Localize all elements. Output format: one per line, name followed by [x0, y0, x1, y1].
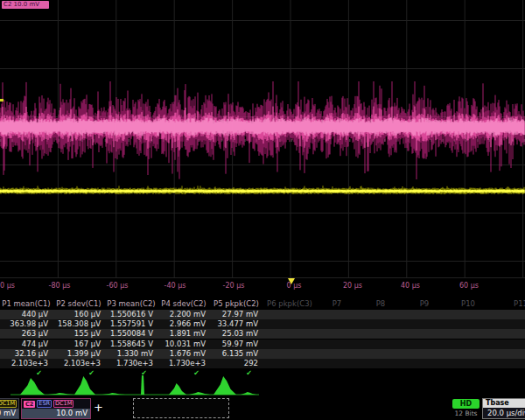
time-axis-label: 60 µs	[459, 282, 479, 290]
param-column-header-p10[interactable]: P10	[446, 299, 490, 308]
time-axis-label: 0 µs	[287, 282, 302, 290]
channel2-descriptor[interactable]: C2 ESR DC1M 10.0 mV	[21, 398, 91, 419]
waveform-grid	[0, 0, 525, 278]
measure-value-p2: 158.308 µV	[52, 319, 101, 329]
measure-value-p5: 25.03 mV	[210, 329, 258, 339]
measure-value-p2: 2.103e+3	[52, 359, 101, 368]
time-axis-label: -20 µs	[223, 282, 245, 290]
oscilloscope-screen: C2 10.0 mV -100 µs-80 µs-60 µs-40 µs-20 …	[0, 0, 525, 420]
histicon-peak	[48, 393, 74, 395]
histicon-peak	[74, 376, 95, 395]
measure-value-p4: 10.031 mV	[158, 340, 206, 349]
measure-value-p4: 1.730e+3	[158, 359, 206, 368]
time-axis-label: -60 µs	[107, 282, 129, 290]
c1-vertical-scale: 10.0 mV	[0, 409, 18, 418]
timebase-descriptor[interactable]: Tbase 20.0 µs/div	[482, 398, 525, 419]
time-axis-label: -80 µs	[49, 282, 71, 290]
measure-value-p5: 33.477 mV	[210, 319, 258, 329]
param-column-header-p9[interactable]: P9	[402, 299, 446, 308]
c2-coupling-badge: DC1M	[53, 400, 74, 408]
c2-vertical-scale: 10.0 mV	[22, 409, 90, 418]
measure-value-p2: 160 µV	[52, 310, 101, 319]
measure-value-p2: 167 µV	[52, 340, 101, 349]
channel-offset-marker	[0, 99, 4, 102]
measure-value-p3: 1.330 mV	[105, 349, 153, 359]
param-column-header-p5[interactable]: P5 pkpk(C2)	[210, 299, 262, 308]
histicon-peak	[20, 378, 45, 395]
measure-stat-row: 32.16 µV1.399 µV1.330 mV1.676 mV6.135 mV	[0, 349, 525, 359]
measure-value-p3: 1.550084 V	[105, 329, 153, 339]
time-axis-label: -40 µs	[164, 282, 186, 290]
param-column-header-p11[interactable]: P11	[494, 299, 525, 308]
measure-value-p1: 440 µV	[0, 310, 48, 319]
param-column-header-p8[interactable]: P8	[359, 299, 402, 308]
param-column-header-p1[interactable]: P1 mean(C1)	[0, 299, 52, 308]
measure-value-p5: 27.97 mV	[210, 310, 258, 319]
histicon-peak	[141, 375, 144, 395]
measure-value-p1: 263 µV	[0, 329, 48, 339]
measure-stat-row: 2.103e+32.103e+31.730e+31.730e+3292	[0, 359, 525, 368]
crosshair-cursor: +	[94, 402, 103, 413]
measure-value-p1: 32.16 µV	[0, 349, 48, 359]
time-axis-label: 40 µs	[401, 282, 420, 290]
param-column-header-p7[interactable]: P7	[315, 299, 359, 308]
time-axis-label: 20 µs	[343, 282, 362, 290]
measure-value-p3: 1.550616 V	[105, 310, 153, 319]
measure-value-p4: 2.966 mV	[158, 319, 206, 329]
param-column-header-p6[interactable]: P6 pkpk(C3)	[264, 299, 315, 308]
param-column-header-p3[interactable]: P3 mean(C2)	[105, 299, 158, 308]
measure-stat-row: 263 µV155 µV1.550084 V1.891 mV25.03 mV	[0, 329, 525, 339]
measure-value-p1: 2.103e+3	[0, 359, 48, 368]
measure-value-p5: 6.135 mV	[210, 349, 258, 359]
measure-value-p4: 1.676 mV	[158, 349, 206, 359]
measure-value-p1: 474 µV	[0, 340, 48, 349]
param-column-header-p2[interactable]: P2 sdev(C1)	[52, 299, 105, 308]
measure-value-p2: 1.399 µV	[52, 349, 101, 359]
c1-coupling-badge: DC1M	[0, 400, 17, 408]
measure-value-p5: 292	[210, 359, 258, 368]
timebase-title: Tbase	[483, 399, 525, 408]
measure-value-p4: 2.200 mV	[158, 310, 206, 319]
measure-value-p3: 1.558645 V	[105, 340, 153, 349]
timebase-value: 20.0 µs/div	[483, 408, 525, 418]
histicon-peak	[169, 383, 186, 395]
c2-esr-badge: ESR	[37, 400, 52, 408]
histicons	[0, 375, 525, 398]
histicon-peak	[189, 392, 210, 395]
measure-stat-row: 440 µV160 µV1.550616 V2.200 mV27.97 mV	[0, 310, 525, 319]
measure-value-p3: 1.557591 V	[105, 319, 153, 329]
add-trace-box[interactable]	[133, 398, 229, 418]
bottom-descriptor-bar: C1 DC1M 10.0 mV C2 ESR DC1M 10.0 mV + HD…	[0, 398, 525, 420]
hd-mode-badge[interactable]: HD	[452, 399, 480, 409]
param-column-header-p4[interactable]: P4 sdev(C2)	[158, 299, 210, 308]
time-axis: -100 µs-80 µs-60 µs-40 µs-20 µs0 µs20 µs…	[0, 278, 525, 294]
measure-value-p1: 363.98 µV	[0, 319, 48, 329]
measure-value-p2: 155 µV	[52, 329, 101, 339]
hd-bits-label: 12 Bits	[445, 410, 486, 417]
trace-annotation-badge: C2 10.0 mV	[2, 1, 49, 9]
histicon-peak	[214, 376, 236, 395]
measure-stat-row: 363.98 µV158.308 µV1.557591 V2.966 mV33.…	[0, 319, 525, 329]
measure-value-p5: 59.97 mV	[210, 340, 258, 349]
histicon-peak	[241, 392, 256, 395]
measurement-table[interactable]: P1 mean(C1)P2 sdev(C1)P3 mean(C2)P4 sdev…	[0, 294, 525, 376]
time-axis-label: -100 µs	[0, 282, 15, 290]
measure-value-p4: 1.891 mV	[158, 329, 206, 339]
histicon-peak	[102, 393, 125, 395]
measure-stat-row: 474 µV167 µV1.558645 V10.031 mV59.97 mV	[0, 340, 525, 349]
channel1-descriptor[interactable]: C1 DC1M 10.0 mV	[0, 398, 19, 419]
c2-label-badge: C2	[24, 401, 35, 408]
measure-value-p3: 1.730e+3	[105, 359, 153, 368]
